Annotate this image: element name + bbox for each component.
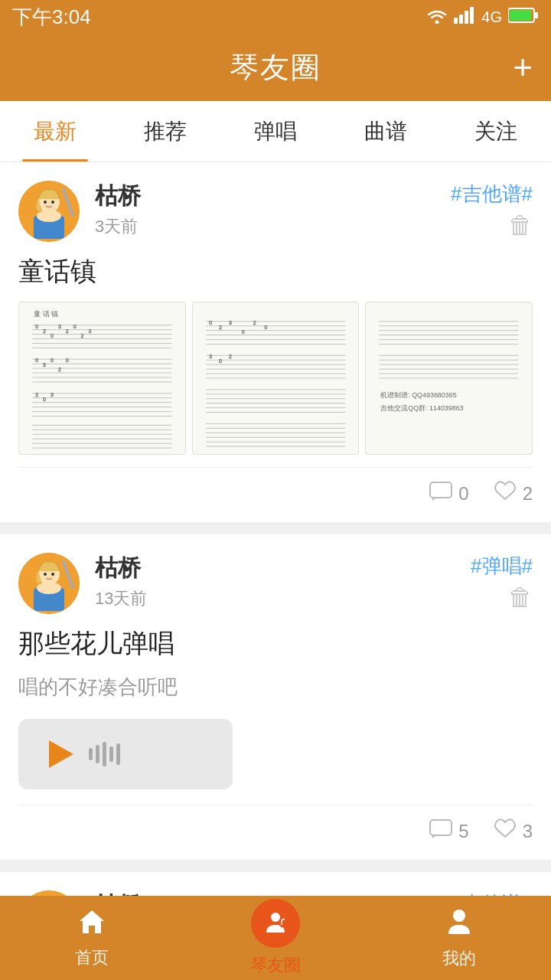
avatar (18, 181, 80, 242)
post-username: 枯桥 (95, 181, 141, 212)
comment-action[interactable]: 5 (429, 818, 468, 844)
bottom-nav: 首页 琴友圈 我的 (0, 896, 551, 980)
tab-follow[interactable]: 关注 (441, 101, 551, 162)
post-title: 那些花儿弹唱 (18, 626, 533, 662)
status-bar: 下午3:04 4G (0, 0, 551, 34)
wave-bar (103, 742, 106, 766)
svg-rect-1 (454, 18, 458, 24)
tab-play[interactable]: 弹唱 (220, 101, 331, 162)
svg-text:2: 2 (66, 328, 69, 334)
post-username: 枯桥 (95, 553, 141, 584)
tab-latest[interactable]: 最新 (0, 101, 110, 162)
sheet-thumb-3[interactable]: 机谱制谱: QQ493680365 吉他交流QQ群: 114039863 (365, 302, 533, 455)
header: 琴友圈 + (0, 34, 551, 101)
sound-waves (89, 742, 120, 766)
post-tag: #弹唱# (471, 553, 533, 580)
comment-count: 0 (458, 483, 468, 505)
post-header: 枯桥 #吉他谱# 3天前 (18, 181, 533, 242)
svg-rect-6 (535, 12, 538, 18)
post-title: 童话镇 (18, 254, 533, 289)
nav-qinyouquan-label: 琴友圈 (250, 954, 301, 977)
post-card: 枯桥 #弹唱# 13天前 🗑 那些花儿弹唱 唱的不好凑合听吧 (0, 534, 551, 860)
svg-text:2: 2 (81, 333, 84, 338)
svg-text:2: 2 (43, 328, 46, 334)
play-button[interactable] (49, 740, 73, 768)
svg-text:0: 0 (51, 358, 54, 363)
svg-text:0: 0 (35, 358, 38, 363)
svg-text:0: 0 (43, 397, 46, 402)
svg-text:0: 0 (35, 324, 38, 329)
svg-text:2: 2 (229, 354, 232, 359)
tab-recommend[interactable]: 推荐 (110, 101, 220, 162)
svg-text:吉他交流QQ群: 114039863: 吉他交流QQ群: 114039863 (381, 404, 464, 412)
battery-icon (508, 7, 539, 28)
svg-text:0: 0 (73, 324, 77, 329)
svg-rect-7 (510, 10, 531, 21)
home-icon (77, 907, 107, 942)
delete-button[interactable]: 🗑 (508, 211, 533, 240)
signal-icon (454, 7, 475, 28)
post-tag: #吉他谱# (451, 181, 533, 207)
comment-icon (429, 818, 452, 844)
svg-text:2: 2 (219, 325, 222, 330)
post-description: 唱的不好凑合听吧 (18, 674, 533, 701)
svg-point-12 (44, 201, 47, 204)
header-title: 琴友圈 (230, 48, 321, 87)
nav-mine[interactable]: 我的 (367, 906, 551, 970)
comment-action[interactable]: 0 (429, 481, 468, 507)
svg-point-11 (37, 210, 61, 222)
svg-point-161 (271, 913, 280, 922)
tab-score[interactable]: 曲谱 (331, 101, 441, 162)
add-button[interactable]: + (513, 48, 533, 87)
svg-text:0: 0 (209, 320, 212, 325)
sheet-images: 童 话 镇 0 2 0 3 2 (18, 302, 533, 455)
like-count: 3 (523, 821, 533, 842)
svg-point-112 (51, 573, 54, 576)
svg-rect-106 (430, 482, 452, 498)
audio-player[interactable] (18, 719, 233, 789)
svg-text:0: 0 (264, 325, 267, 330)
svg-rect-4 (470, 7, 474, 24)
status-time: 下午3:04 (12, 4, 91, 31)
post-footer: 0 2 (18, 467, 533, 522)
svg-text:童 话 镇: 童 话 镇 (34, 310, 58, 318)
wave-bar (96, 745, 99, 763)
svg-text:0: 0 (66, 358, 69, 363)
svg-text:3: 3 (229, 320, 232, 325)
avatar (18, 553, 80, 614)
delete-button[interactable]: 🗑 (508, 583, 533, 612)
sheet-thumb-1[interactable]: 童 话 镇 0 2 0 3 2 (18, 302, 186, 455)
svg-point-13 (51, 201, 54, 204)
svg-text:3: 3 (43, 362, 46, 368)
wave-bar (116, 743, 120, 765)
svg-text:3: 3 (89, 328, 92, 334)
like-action[interactable]: 2 (494, 480, 533, 507)
comment-icon (429, 481, 452, 507)
network-label: 4G (481, 8, 502, 26)
like-icon (494, 480, 517, 507)
status-icons: 4G (426, 7, 539, 28)
like-action[interactable]: 3 (494, 818, 533, 844)
user-icon (445, 906, 473, 942)
qinyouquan-icon-circle (251, 899, 300, 948)
nav-home-label: 首页 (75, 946, 109, 969)
svg-point-111 (44, 573, 47, 576)
post-meta: 枯桥 #吉他谱# 3天前 (95, 181, 533, 238)
sheet-thumb-2[interactable]: 0 2 3 0 2 0 3 0 (192, 302, 360, 455)
svg-point-110 (37, 582, 61, 594)
svg-text:3: 3 (209, 354, 212, 359)
post-meta: 枯桥 #弹唱# 13天前 (95, 553, 533, 610)
wave-bar (89, 748, 93, 760)
like-count: 2 (523, 483, 533, 505)
svg-rect-3 (465, 11, 468, 24)
nav-home[interactable]: 首页 (0, 907, 184, 969)
post-time: 13天前 (95, 589, 147, 608)
svg-text:3: 3 (51, 392, 54, 397)
svg-point-0 (435, 20, 439, 24)
nav-qinyouquan[interactable]: 琴友圈 (184, 899, 367, 977)
like-icon (494, 818, 517, 844)
svg-text:2: 2 (35, 392, 38, 397)
comment-count: 5 (458, 821, 468, 842)
svg-point-162 (281, 926, 283, 928)
svg-text:0: 0 (219, 358, 222, 364)
